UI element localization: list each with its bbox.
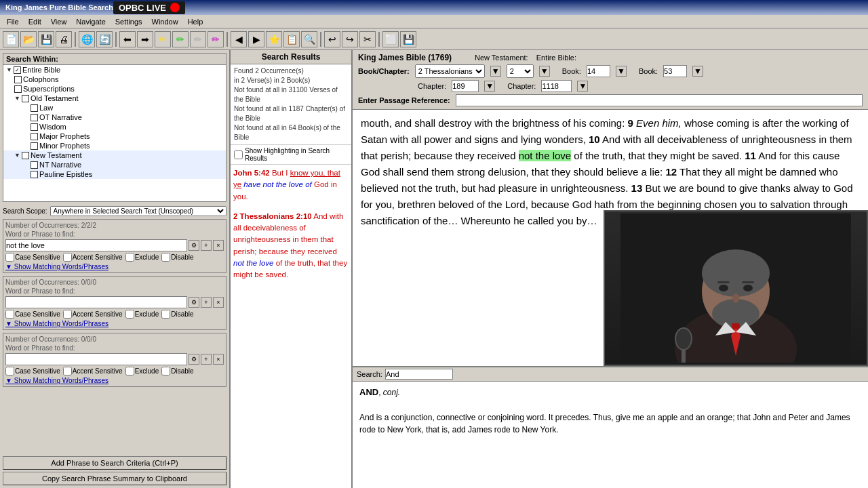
- menu-file[interactable]: File: [3, 16, 23, 27]
- book-num-arrow2[interactable]: ▼: [692, 66, 703, 77]
- menu-help[interactable]: Help: [184, 16, 208, 27]
- tree-checkbox[interactable]: [22, 95, 29, 102]
- show-matching-2[interactable]: ▼ Show Matching Words/Phrases: [5, 320, 224, 327]
- tree-major-prophets[interactable]: Major Prophets: [3, 131, 226, 141]
- toolbar-refresh[interactable]: 🔄: [96, 31, 113, 47]
- toolbar-search[interactable]: 🔍: [301, 31, 317, 47]
- add-phrase-button[interactable]: Add Phrase to Search Criteria (Ctrl+P): [3, 456, 226, 470]
- toolbar-star[interactable]: ⭐: [266, 31, 282, 47]
- chapter-num-arrow2[interactable]: ▼: [577, 81, 588, 92]
- toolbar-save[interactable]: 💾: [38, 31, 54, 47]
- toolbar-left[interactable]: ◀: [231, 31, 247, 47]
- search-input-1[interactable]: [5, 239, 187, 251]
- disable-2[interactable]: Disable: [161, 310, 193, 319]
- disable-1[interactable]: Disable: [161, 253, 193, 262]
- chapter-arrow-down[interactable]: ▼: [539, 66, 550, 77]
- tree-checkbox[interactable]: [22, 152, 29, 159]
- toolbar-undo[interactable]: ↩: [324, 31, 340, 47]
- toolbar-box1[interactable]: ⬜: [382, 31, 399, 47]
- toolbar-highlight3[interactable]: ✏: [190, 31, 206, 47]
- book-select[interactable]: 2 Thessalonians: [415, 64, 485, 78]
- exclude-1[interactable]: Exclude: [125, 253, 159, 262]
- tree-old-testament[interactable]: ▼ Old Testament: [3, 94, 226, 103]
- search-icon-clear-1[interactable]: ⚙: [189, 240, 199, 251]
- passage-input[interactable]: [456, 94, 863, 106]
- tree-checkbox[interactable]: [31, 161, 38, 169]
- toolbar-open[interactable]: 📂: [20, 31, 37, 47]
- chapter-num-input2[interactable]: [541, 80, 572, 92]
- toolbar-internet[interactable]: 🌐: [79, 31, 95, 47]
- accent-sensitive-2[interactable]: Accent Sensitive: [63, 310, 123, 319]
- show-matching-3[interactable]: ▼ Show Matching Words/Phrases: [5, 377, 224, 384]
- tree-checkbox[interactable]: [31, 133, 38, 140]
- result-item-john[interactable]: John 5:42 But I know you, that ye have n…: [233, 167, 349, 203]
- search-input-3[interactable]: [5, 353, 187, 365]
- tree-checkbox[interactable]: [31, 171, 38, 178]
- toolbar-highlight1[interactable]: ✏: [155, 31, 171, 47]
- toolbar-redo[interactable]: ↪: [342, 31, 358, 47]
- tree-nt-narrative[interactable]: NT Narrative: [3, 160, 226, 169]
- book-num-input[interactable]: [587, 65, 610, 77]
- accent-sensitive-1[interactable]: Accent Sensitive: [63, 253, 123, 262]
- search-icon-add-1[interactable]: +: [201, 240, 212, 251]
- tree-pauline-epistles[interactable]: Pauline Epistles: [3, 169, 226, 179]
- chapter-select[interactable]: 2: [507, 64, 534, 78]
- tree-checkbox[interactable]: [14, 66, 21, 74]
- chapter-num-arrow[interactable]: ▼: [484, 81, 495, 92]
- menu-edit[interactable]: Edit: [24, 16, 45, 27]
- search-icon-del-1[interactable]: ×: [213, 240, 224, 251]
- show-highlight-checkbox[interactable]: [234, 150, 243, 159]
- toolbar-cut[interactable]: ✂: [359, 31, 376, 47]
- toolbar-back[interactable]: ⬅: [119, 31, 136, 47]
- tree-ot-narrative[interactable]: OT Narrative: [3, 113, 226, 122]
- tree-checkbox[interactable]: [31, 114, 38, 121]
- menu-settings[interactable]: Settings: [111, 16, 146, 27]
- copy-summary-button[interactable]: Copy Search Phrase Summary to Clipboard: [3, 472, 226, 485]
- tree-law[interactable]: Law: [3, 103, 226, 113]
- search-icon-del-3[interactable]: ×: [213, 354, 224, 365]
- toolbar-right[interactable]: ▶: [248, 31, 264, 47]
- toolbar-new[interactable]: 📄: [3, 31, 19, 47]
- toolbar-print[interactable]: 🖨: [56, 31, 72, 47]
- dict-search-input[interactable]: [385, 369, 453, 380]
- toolbar-copy[interactable]: 📋: [283, 31, 300, 47]
- tree-checkbox[interactable]: [31, 123, 38, 131]
- tree-checkbox[interactable]: [31, 142, 38, 150]
- disable-3[interactable]: Disable: [161, 367, 193, 375]
- toolbar-highlight2[interactable]: ✏: [172, 31, 189, 47]
- tree-entire-bible[interactable]: ▼ Entire Bible: [3, 65, 226, 75]
- search-input-2[interactable]: [5, 296, 187, 308]
- menu-navigate[interactable]: Navigate: [72, 16, 109, 27]
- search-icon-clear-2[interactable]: ⚙: [189, 297, 199, 308]
- search-scope-select[interactable]: Anywhere in Selected Search Text (Unscop…: [50, 206, 226, 216]
- tree-wisdom[interactable]: Wisdom: [3, 122, 226, 131]
- tree-new-testament[interactable]: ▼ New Testament: [3, 150, 226, 160]
- case-sensitive-3[interactable]: Case Sensitive: [5, 367, 60, 375]
- book-num-arrow[interactable]: ▼: [616, 66, 627, 77]
- exclude-2[interactable]: Exclude: [125, 310, 159, 319]
- chapter-num-input[interactable]: [452, 80, 479, 92]
- toolbar-forward[interactable]: ➡: [137, 31, 153, 47]
- tree-colophons[interactable]: Colophons: [3, 75, 226, 84]
- result-item-2thess[interactable]: 2 Thessalonians 2:10 And with all deceiv…: [233, 211, 349, 281]
- show-matching-1[interactable]: ▼ Show Matching Words/Phrases: [5, 263, 224, 270]
- tree-checkbox[interactable]: [14, 76, 22, 83]
- menu-view[interactable]: View: [47, 16, 71, 27]
- tree-checkbox[interactable]: [14, 85, 22, 93]
- search-icon-add-2[interactable]: +: [201, 297, 212, 308]
- tree-superscriptions[interactable]: Superscriptions: [3, 84, 226, 94]
- toolbar-highlight4[interactable]: ✏: [208, 31, 224, 47]
- menu-window[interactable]: Window: [148, 16, 182, 27]
- accent-sensitive-3[interactable]: Accent Sensitive: [63, 367, 123, 375]
- tree-checkbox[interactable]: [31, 104, 38, 112]
- case-sensitive-1[interactable]: Case Sensitive: [5, 253, 60, 262]
- search-icon-del-2[interactable]: ×: [213, 297, 224, 308]
- book-arrow-down[interactable]: ▼: [490, 66, 501, 77]
- book-num-input2[interactable]: [663, 65, 687, 77]
- search-icon-add-3[interactable]: +: [201, 354, 212, 365]
- case-sensitive-2[interactable]: Case Sensitive: [5, 310, 60, 319]
- exclude-3[interactable]: Exclude: [125, 367, 159, 375]
- search-icon-clear-3[interactable]: ⚙: [189, 354, 199, 365]
- tree-minor-prophets[interactable]: Minor Prophets: [3, 141, 226, 150]
- toolbar-floppy[interactable]: 💾: [400, 31, 416, 47]
